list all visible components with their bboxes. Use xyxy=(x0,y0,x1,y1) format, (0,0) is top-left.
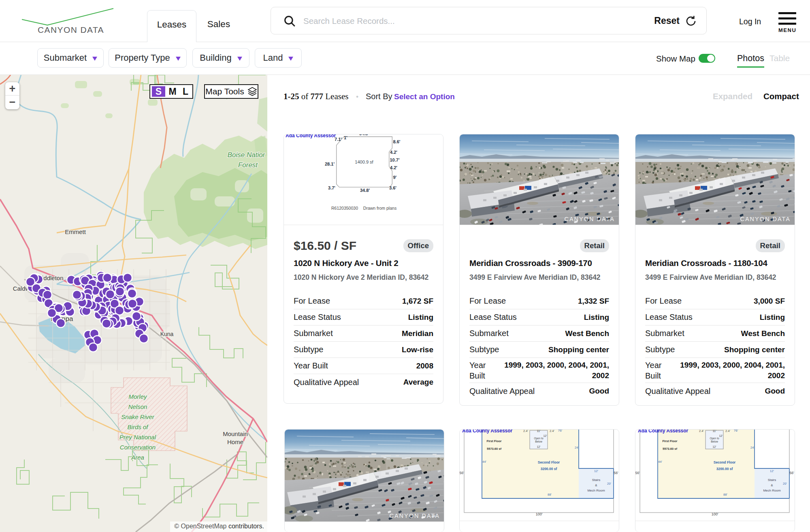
svg-text:CANYON DATA: CANYON DATA xyxy=(564,216,615,222)
svg-text:56': 56' xyxy=(635,471,640,475)
svg-text:12': 12' xyxy=(719,434,723,437)
svg-text:8.6': 8.6' xyxy=(393,139,401,144)
svg-text:Birds of: Birds of xyxy=(128,423,149,430)
svg-text:5573.60 sf: 5573.60 sf xyxy=(663,447,677,451)
svg-text:CANYON DATA: CANYON DATA xyxy=(38,25,104,34)
svg-text:&: & xyxy=(595,483,597,487)
svg-text:Ada County Assessor: Ada County Assessor xyxy=(638,430,688,434)
svg-text:12': 12' xyxy=(543,434,547,437)
svg-text:Open to: Open to xyxy=(710,437,719,440)
svg-text:Prey National: Prey National xyxy=(119,434,156,440)
svg-text:Home: Home xyxy=(227,438,243,445)
svg-text:Area: Area xyxy=(131,454,144,461)
svg-text:Morley: Morley xyxy=(128,393,147,400)
svg-text:7.1': 7.1' xyxy=(335,137,342,142)
svg-text:First Floor: First Floor xyxy=(486,439,501,443)
svg-text:12': 12' xyxy=(712,445,716,448)
svg-text:2.4': 2.4' xyxy=(699,430,704,433)
svg-text:56': 56' xyxy=(614,471,618,475)
svg-text:20': 20' xyxy=(607,482,611,485)
svg-text:100': 100' xyxy=(712,512,718,516)
svg-text:2.4': 2.4' xyxy=(523,430,528,433)
svg-text:10.7': 10.7' xyxy=(390,157,400,162)
svg-text:3200.00 sf: 3200.00 sf xyxy=(716,467,733,471)
svg-text:4.2': 4.2' xyxy=(390,150,397,155)
svg-text:88': 88' xyxy=(548,493,552,496)
svg-text:Ada County Assessor: Ada County Assessor xyxy=(286,134,336,138)
svg-text:3200.00 sf: 3200.00 sf xyxy=(541,467,557,471)
svg-text:34.8': 34.8' xyxy=(360,188,370,193)
svg-text:Second Floor: Second Floor xyxy=(714,460,736,464)
svg-text:Open to: Open to xyxy=(534,437,544,440)
svg-text:Forest: Forest xyxy=(238,161,258,169)
svg-text:56': 56' xyxy=(789,471,794,475)
svg-text:34.8': 34.8' xyxy=(359,134,369,136)
svg-text:5573.60 sf: 5573.60 sf xyxy=(487,447,501,451)
svg-text:Conservation: Conservation xyxy=(120,444,156,451)
svg-text:CANYON DATA: CANYON DATA xyxy=(389,513,440,519)
svg-text:4.2': 4.2' xyxy=(390,165,397,170)
svg-text:Snake River: Snake River xyxy=(121,413,155,420)
svg-text:11': 11' xyxy=(712,430,716,433)
svg-text:76': 76' xyxy=(734,430,738,432)
svg-text:First Floor: First Floor xyxy=(662,439,677,443)
svg-text:1': 1' xyxy=(344,135,347,140)
svg-text:20': 20' xyxy=(783,482,787,485)
svg-text:2.4': 2.4' xyxy=(550,430,554,433)
svg-text:Stairs: Stairs xyxy=(592,478,600,482)
svg-text:R6120350030: R6120350030 xyxy=(331,206,358,211)
svg-text:Drawn from plans: Drawn from plans xyxy=(363,206,396,211)
svg-text:Boise Natior: Boise Natior xyxy=(228,151,266,159)
svg-text:12': 12' xyxy=(594,469,598,473)
svg-text:9': 9' xyxy=(393,175,397,180)
svg-text:Mountain: Mountain xyxy=(223,430,248,437)
svg-text:24': 24' xyxy=(575,446,579,449)
svg-text:76': 76' xyxy=(558,430,563,432)
svg-text:&: & xyxy=(771,483,773,487)
svg-text:100': 100' xyxy=(536,512,543,516)
svg-text:1400.9 sf: 1400.9 sf xyxy=(355,160,373,164)
svg-text:Emmett: Emmett xyxy=(65,228,86,235)
svg-text:3.7': 3.7' xyxy=(328,185,335,190)
svg-text:Ada County Assessor: Ada County Assessor xyxy=(462,430,513,434)
svg-text:Below: Below xyxy=(535,440,542,443)
svg-text:44': 44' xyxy=(658,460,662,464)
svg-text:3.6': 3.6' xyxy=(389,185,396,190)
svg-text:CANYON DATA: CANYON DATA xyxy=(740,216,791,222)
svg-text:56': 56' xyxy=(460,471,464,475)
svg-text:24': 24' xyxy=(750,446,755,449)
svg-text:Mech Room: Mech Room xyxy=(587,489,605,492)
svg-text:12': 12' xyxy=(770,469,774,473)
svg-text:Stairs: Stairs xyxy=(768,478,776,482)
svg-text:88': 88' xyxy=(723,493,727,496)
svg-text:28.1': 28.1' xyxy=(325,162,335,166)
svg-text:11': 11' xyxy=(537,430,541,433)
svg-text:Nelson: Nelson xyxy=(128,403,147,410)
svg-text:Mech Room: Mech Room xyxy=(763,489,780,492)
svg-text:12': 12' xyxy=(537,445,540,448)
svg-text:Below: Below xyxy=(711,440,718,443)
svg-text:Second Floor: Second Floor xyxy=(538,460,560,464)
svg-text:2.4': 2.4' xyxy=(725,430,730,433)
svg-text:44': 44' xyxy=(482,460,486,464)
svg-text:Kuna: Kuna xyxy=(160,331,174,337)
